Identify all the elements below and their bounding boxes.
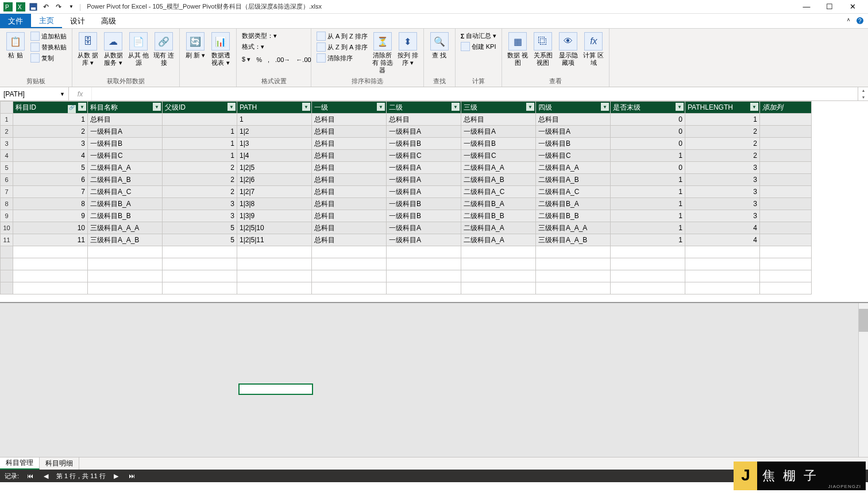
cell[interactable]: 总科目 xyxy=(312,174,387,186)
diagram-view-button[interactable]: ⿻关系图 视图 xyxy=(531,31,555,68)
cell[interactable]: 1 xyxy=(13,114,88,126)
cell[interactable]: 1 xyxy=(611,222,685,234)
cell[interactable]: 1 xyxy=(611,186,685,198)
cell[interactable]: 二级科目A_A xyxy=(536,162,611,174)
cell[interactable]: 2 xyxy=(685,150,760,162)
cell[interactable] xyxy=(760,198,812,210)
cell[interactable]: 一级科目B xyxy=(387,198,461,210)
cell[interactable]: 1 xyxy=(611,210,685,222)
cell[interactable]: 5 xyxy=(13,162,88,174)
cell[interactable]: 总科目 xyxy=(88,114,163,126)
cell[interactable]: 一级科目C xyxy=(88,150,163,162)
column-header[interactable]: 是否末级▼ xyxy=(611,102,685,114)
column-header[interactable]: 父级ID▼ xyxy=(163,102,237,114)
cell[interactable]: 一级科目B xyxy=(387,210,461,222)
cell[interactable]: 一级科目A xyxy=(387,222,461,234)
cell[interactable]: 二级科目A_B xyxy=(536,174,611,186)
cell[interactable]: 3 xyxy=(163,210,237,222)
decrease-decimal-icon[interactable]: ←.00 xyxy=(294,55,313,64)
copy-button[interactable]: 复制 xyxy=(29,53,68,63)
cell[interactable]: 二级科目B_A xyxy=(461,198,536,210)
cell[interactable]: 1|3 xyxy=(237,138,312,150)
cell[interactable]: 2 xyxy=(685,126,760,138)
table-row[interactable]: 44一级科目C11|4总科目一级科目C一级科目C一级科目C12 xyxy=(1,150,812,162)
tab-file[interactable]: 文件 xyxy=(0,14,31,28)
table-row[interactable]: 55二级科目A_A21|2|5总科目一级科目A二级科目A_A二级科目A_A03 xyxy=(1,162,812,174)
filter-icon[interactable]: ▼ xyxy=(227,103,236,111)
add-column-header[interactable]: 添加列 xyxy=(760,102,812,114)
cell[interactable]: 3 xyxy=(163,198,237,210)
cell[interactable]: 三级科目A_A_A xyxy=(88,222,163,234)
cell[interactable] xyxy=(760,234,812,246)
cell[interactable]: 二级科目B_B xyxy=(536,210,611,222)
cell[interactable]: 一级科目A xyxy=(387,234,461,246)
redo-icon[interactable]: ↷ xyxy=(53,1,64,13)
cell[interactable] xyxy=(760,186,812,198)
comma-icon[interactable]: , xyxy=(266,55,271,64)
format-dropdown[interactable]: 格式：▾ xyxy=(240,42,266,52)
column-header[interactable]: PATHLENGTH▼ xyxy=(685,102,760,114)
cell[interactable]: 二级科目B_B xyxy=(88,210,163,222)
cell[interactable]: 2 xyxy=(685,138,760,150)
cell[interactable]: 0 xyxy=(611,138,685,150)
cell[interactable]: 1|2 xyxy=(237,126,312,138)
sort-za-button[interactable]: 从 Z 到 A 排序 xyxy=(315,42,369,52)
table-row[interactable]: 33一级科目B11|3总科目一级科目B一级科目B一级科目B02 xyxy=(1,138,812,150)
cell[interactable] xyxy=(760,222,812,234)
measure-grid[interactable] xyxy=(0,302,868,457)
data-type-dropdown[interactable]: 数据类型：▾ xyxy=(240,31,279,41)
cell[interactable]: 一级科目C xyxy=(461,150,536,162)
cell[interactable]: 5 xyxy=(163,222,237,234)
currency-icon[interactable]: $ ▾ xyxy=(240,55,252,64)
cell[interactable]: 总科目 xyxy=(461,114,536,126)
cell[interactable]: 1|2|7 xyxy=(237,186,312,198)
cell[interactable] xyxy=(760,126,812,138)
sort-by-column-button[interactable]: ⬍按列 排序 ▾ xyxy=(396,31,420,68)
cell[interactable]: 二级科目A_A xyxy=(461,222,536,234)
cell[interactable]: 二级科目A_C xyxy=(461,186,536,198)
nav-next-icon[interactable]: ▶ xyxy=(111,472,121,480)
cell[interactable]: 总科目 xyxy=(536,114,611,126)
cell[interactable]: 总科目 xyxy=(387,114,461,126)
cell[interactable] xyxy=(760,114,812,126)
cell[interactable]: 二级科目A_A xyxy=(461,162,536,174)
cell[interactable]: 1|3|8 xyxy=(237,198,312,210)
maximize-button[interactable]: ☐ xyxy=(821,2,838,11)
filter-icon[interactable]: ▼ xyxy=(78,103,86,111)
filter-icon[interactable]: ▼ xyxy=(750,103,758,111)
cell[interactable]: 2 xyxy=(13,126,88,138)
row-number[interactable]: 3 xyxy=(1,138,13,150)
sheet-tab-active[interactable]: 科目管理 xyxy=(0,458,40,470)
cell[interactable]: 1 xyxy=(685,114,760,126)
cell[interactable]: 1|2|5|11 xyxy=(237,234,312,246)
cell[interactable]: 二级科目A_B xyxy=(88,174,163,186)
row-number[interactable]: 2 xyxy=(1,126,13,138)
cell[interactable]: 一级科目A xyxy=(88,126,163,138)
cell[interactable]: 2 xyxy=(163,174,237,186)
column-header[interactable]: 四级▼ xyxy=(536,102,611,114)
cell[interactable]: 总科目 xyxy=(312,138,387,150)
cell[interactable]: 一级科目B xyxy=(536,138,611,150)
cell[interactable]: 0 xyxy=(611,126,685,138)
cell[interactable]: 二级科目A_C xyxy=(88,186,163,198)
formula-history-down-icon[interactable]: ▾ xyxy=(858,94,868,101)
table-row[interactable]: 1010三级科目A_A_A51|2|5|10总科目一级科目A二级科目A_A三级科… xyxy=(1,222,812,234)
dropdown-icon[interactable]: ▼ xyxy=(60,91,65,97)
row-number[interactable]: 4 xyxy=(1,150,13,162)
column-header[interactable]: PATH▼ xyxy=(237,102,312,114)
cell[interactable]: 一级科目A xyxy=(387,186,461,198)
cell[interactable] xyxy=(760,162,812,174)
filter-icon[interactable]: ▼ xyxy=(526,103,534,111)
row-number[interactable]: 5 xyxy=(1,162,13,174)
selected-measure-cell[interactable] xyxy=(238,383,313,395)
cell[interactable]: 总科目 xyxy=(312,150,387,162)
clear-filters-button[interactable]: ⏳清除所有 筛选器 xyxy=(371,31,395,75)
cell[interactable]: 总科目 xyxy=(312,162,387,174)
row-number[interactable]: 10 xyxy=(1,222,13,234)
cell[interactable]: 1 xyxy=(237,114,312,126)
sheet-tab-other[interactable]: 科目明细 xyxy=(40,458,79,470)
cell[interactable] xyxy=(760,210,812,222)
cell[interactable] xyxy=(760,174,812,186)
cell[interactable]: 1 xyxy=(611,174,685,186)
cell[interactable]: 一级科目B xyxy=(461,138,536,150)
